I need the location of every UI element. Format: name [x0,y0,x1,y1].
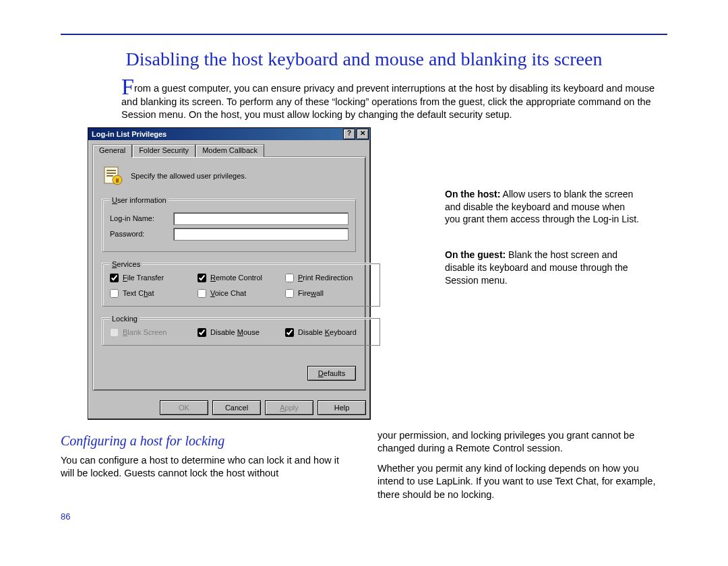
login-list-privileges-dialog: Log-in List Privileges ? ✕ General Folde… [88,127,371,420]
service-text-chat[interactable]: Text Chat [110,289,198,298]
service-file-transfer-checkbox[interactable] [110,274,119,282]
locking-disable-mouse-label: Disable Mouse [210,328,260,336]
password-input[interactable] [173,228,348,241]
spec-text: Specify the allowed user privileges. [131,172,247,180]
privileges-icon [102,165,124,187]
locking-legend: Locking [110,315,140,323]
login-name-label: Log-in Name: [110,214,169,222]
horizontal-rule [61,34,667,35]
service-voice-chat-label: Voice Chat [210,289,246,297]
user-info-legend: User information [110,196,169,204]
locking-disable-mouse-checkbox[interactable] [198,328,206,337]
service-firewall-checkbox[interactable] [285,289,294,298]
locking-group: Locking Blank ScreenDisable MouseDisable… [102,315,380,346]
service-voice-chat-checkbox[interactable] [198,289,206,298]
locking-disable-keyboard-label: Disable Keyboard [298,328,357,336]
service-text-chat-label: Text Chat [123,289,154,297]
services-group: Services File TransferText ChatRemote Co… [102,260,380,307]
svg-rect-5 [116,179,119,183]
help-button[interactable]: ? [343,129,355,139]
user-information-group: User information Log-in Name: Password: [102,196,356,252]
locking-disable-keyboard-checkbox[interactable] [285,328,294,337]
tab-strip: General Folder Security Modem Callback [92,144,366,157]
service-file-transfer-label: File Transfer [123,274,164,282]
intro-paragraph: From a guest computer, you can ensure pr… [121,82,661,122]
login-name-input[interactable] [173,212,348,225]
services-legend: Services [110,260,142,268]
service-voice-chat[interactable]: Voice Chat [198,289,285,298]
subheading: Configuring a host for locking [61,432,351,450]
service-remote-control[interactable]: Remote Control [198,274,285,282]
tab-folder-security[interactable]: Folder Security [132,144,195,157]
col-right-p1: your permission, and locking privileges … [377,429,667,455]
dropcap: F [121,74,134,99]
service-print-redirection-checkbox[interactable] [285,274,294,282]
page-title: Disabling the host keyboard and mouse an… [61,49,667,70]
locking-disable-mouse[interactable]: Disable Mouse [198,328,285,337]
col-left-p1: You can configure a host to determine wh… [61,454,351,480]
password-label: Password: [110,230,169,238]
close-button[interactable]: ✕ [357,129,369,139]
page-number: 86 [61,511,667,522]
service-file-transfer[interactable]: File Transfer [110,274,198,282]
titlebar-text: Log-in List Privileges [90,130,166,138]
locking-blank-screen: Blank Screen [110,328,198,337]
tab-panel: Specify the allowed user privileges. Use… [92,156,366,391]
service-print-redirection-label: Print Redirection [298,274,353,282]
locking-blank-screen-label: Blank Screen [123,328,166,336]
service-remote-control-label: Remote Control [210,274,262,282]
service-firewall[interactable]: Firewall [285,289,373,298]
tab-modem-callback[interactable]: Modem Callback [195,144,264,157]
side-annotations: On the host: Allow users to blank the sc… [445,127,667,310]
intro-text: rom a guest computer, you can ensure pri… [121,83,655,120]
cancel-button[interactable]: Cancel [212,400,261,415]
svg-rect-1 [107,170,116,171]
help-button-bottom[interactable]: Help [317,400,366,415]
tab-general[interactable]: General [92,144,132,158]
service-firewall-label: Firewall [298,289,324,297]
annotation-guest-bold: On the guest: [445,249,506,260]
service-text-chat-checkbox[interactable] [110,289,119,298]
svg-rect-3 [107,175,113,177]
ok-button[interactable]: OK [160,400,208,415]
service-print-redirection[interactable]: Print Redirection [285,274,373,282]
defaults-button[interactable]: Defaults [307,366,356,381]
locking-blank-screen-checkbox [110,328,119,337]
col-right-p2: Whether you permit any kind of locking d… [377,462,667,502]
annotation-host-bold: On the host: [445,189,500,199]
titlebar[interactable]: Log-in List Privileges ? ✕ [88,128,370,140]
apply-button[interactable]: Apply [265,400,313,415]
service-remote-control-checkbox[interactable] [198,274,206,282]
locking-disable-keyboard[interactable]: Disable Keyboard [285,328,373,337]
svg-rect-2 [107,172,116,174]
